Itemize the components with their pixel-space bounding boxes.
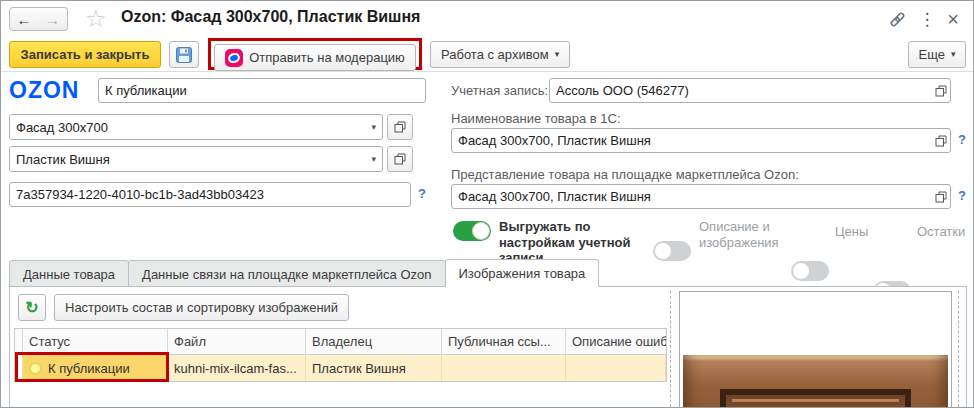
annotation-send-moderation: Отправить на модерацию	[208, 38, 422, 70]
configure-images-button[interactable]: Настроить состав и сортировку изображени…	[54, 294, 349, 321]
floppy-disk-icon	[176, 47, 192, 63]
external-id-help-icon[interactable]: ?	[418, 186, 426, 201]
chevron-down-icon: ▾	[951, 50, 956, 59]
cell-owner[interactable]: Пластик Вишня	[306, 355, 442, 381]
open-in-form-icon	[394, 121, 406, 133]
close-icon: ×	[947, 8, 959, 31]
external-id-field[interactable]	[9, 182, 411, 207]
toggle-description-images-label: Описание и изображения	[699, 219, 799, 250]
name-1c-label: Наименование товара в 1С:	[451, 111, 621, 126]
ozon-app-icon	[225, 49, 243, 67]
name-1c-fieldwrap	[451, 128, 951, 153]
archive-menu-button[interactable]: Работа с архивом ▾	[430, 41, 570, 68]
close-button[interactable]: ×	[941, 7, 965, 31]
account-label: Учетная запись:	[451, 83, 548, 98]
toolbar-separator	[1, 71, 974, 72]
account-field[interactable]	[549, 78, 951, 103]
cell-status[interactable]: К публикации	[23, 355, 168, 381]
table-row[interactable]: К публикации kuhni-mix-ilcam-fas... Плас…	[15, 355, 666, 381]
chevron-down-icon: ▾	[555, 50, 560, 59]
save-and-close-label: Записать и закрыть	[21, 47, 150, 62]
configure-images-label: Настроить состав и сортировку изображени…	[65, 300, 338, 315]
marketplace-name-open-button[interactable]	[935, 191, 947, 203]
images-table: Статус Файл Владелец Публичная ссы... Оп…	[14, 328, 667, 382]
chevron-down-icon[interactable]: ▾	[365, 155, 382, 164]
toggle-description-images[interactable]	[653, 241, 691, 261]
toggle-prices-label: Цены	[835, 224, 868, 240]
tab-marketplace-link-data[interactable]: Данные связи на площадке маркетплейса Oz…	[128, 260, 445, 287]
account-open-button[interactable]	[935, 85, 947, 97]
ozon-brand-logo: OZON	[9, 77, 79, 104]
cell-status-text: К публикации	[48, 361, 130, 376]
column-header-file[interactable]: Файл	[168, 329, 306, 355]
variant-combo: ▾	[9, 146, 383, 172]
product-combo: ▾	[9, 114, 383, 140]
archive-menu-label: Работа с архивом	[441, 47, 549, 62]
app-window: ← → ☆ Ozon: Фасад 300x700, Пластик Вишня…	[0, 0, 974, 408]
link-icon	[889, 11, 906, 28]
open-in-form-icon	[935, 135, 947, 147]
name-1c-field[interactable]	[451, 128, 951, 153]
variant-field[interactable]	[10, 147, 365, 171]
external-id-fieldwrap	[9, 182, 411, 207]
column-header-error[interactable]: Описание ошиб	[566, 329, 666, 355]
open-in-form-icon	[935, 85, 947, 97]
image-preview-panel[interactable]	[679, 291, 952, 408]
tab-product-images[interactable]: Изображения товара	[445, 259, 600, 287]
name-1c-help-icon[interactable]: ?	[958, 132, 966, 147]
refresh-button[interactable]: ↻	[18, 294, 46, 321]
more-label: Еще	[919, 47, 945, 62]
open-in-form-icon	[935, 191, 947, 203]
status-pending-icon	[29, 362, 42, 375]
cell-error-description[interactable]	[566, 355, 666, 381]
name-1c-open-button[interactable]	[935, 135, 947, 147]
send-to-moderation-label: Отправить на модерацию	[249, 50, 405, 65]
marketplace-name-help-icon[interactable]: ?	[958, 188, 966, 203]
copy-link-button[interactable]	[885, 7, 909, 31]
save-and-close-button[interactable]: Записать и закрыть	[9, 41, 161, 68]
open-in-form-icon	[394, 153, 406, 165]
save-button[interactable]	[169, 41, 199, 68]
cell-public-link[interactable]	[442, 355, 566, 381]
refresh-icon: ↻	[25, 298, 38, 317]
kebab-menu-icon: ⋮	[919, 9, 936, 30]
account-fieldwrap	[549, 78, 951, 103]
preview-right-splitter[interactable]	[958, 291, 959, 408]
more-button[interactable]: Еще ▾	[908, 41, 966, 68]
toggle-upload-by-account-settings[interactable]	[453, 221, 491, 241]
page-title: Ozon: Фасад 300x700, Пластик Вишня	[121, 8, 420, 26]
window-menu-button[interactable]: ⋮	[915, 7, 939, 31]
nav-forward-button[interactable]: →	[38, 7, 68, 31]
favorite-star-icon[interactable]: ☆	[85, 7, 107, 31]
tab-product-data[interactable]: Данные товара	[9, 260, 129, 287]
cell-file[interactable]: kuhni-mix-ilcam-fas...	[168, 355, 306, 381]
marketplace-name-field[interactable]	[451, 184, 951, 209]
column-header-owner[interactable]: Владелец	[306, 329, 442, 355]
marketplace-name-fieldwrap	[451, 184, 951, 209]
row-selector-cell[interactable]	[15, 355, 23, 381]
back-arrow-icon: ←	[17, 11, 32, 28]
moderation-status-field[interactable]	[98, 78, 426, 103]
forward-arrow-icon: →	[45, 11, 60, 28]
row-selector-header	[15, 329, 23, 355]
column-header-status[interactable]: Статус	[23, 329, 168, 355]
toggle-prices[interactable]	[791, 261, 829, 281]
product-open-button[interactable]	[387, 114, 413, 140]
tab-bar: Данные товара Данные связи на площадке м…	[9, 259, 598, 287]
product-photo-cabinet-door	[683, 355, 948, 408]
table-header-row: Статус Файл Владелец Публичная ссы... Оп…	[15, 329, 666, 355]
product-field[interactable]	[10, 115, 365, 139]
table-preview-splitter[interactable]	[670, 291, 671, 408]
marketplace-name-label: Представление товара на площадке маркетп…	[451, 167, 799, 182]
variant-open-button[interactable]	[387, 146, 413, 172]
toggle-stock-label: Остатки	[917, 224, 965, 240]
images-panel: ↻ Настроить состав и сортировку изображе…	[9, 286, 967, 408]
nav-back-button[interactable]: ←	[9, 7, 39, 31]
moderation-status-fieldwrap	[98, 78, 426, 103]
chevron-down-icon[interactable]: ▾	[365, 123, 382, 132]
column-header-public-link[interactable]: Публичная ссы...	[442, 329, 566, 355]
send-to-moderation-button[interactable]: Отправить на модерацию	[214, 44, 416, 71]
